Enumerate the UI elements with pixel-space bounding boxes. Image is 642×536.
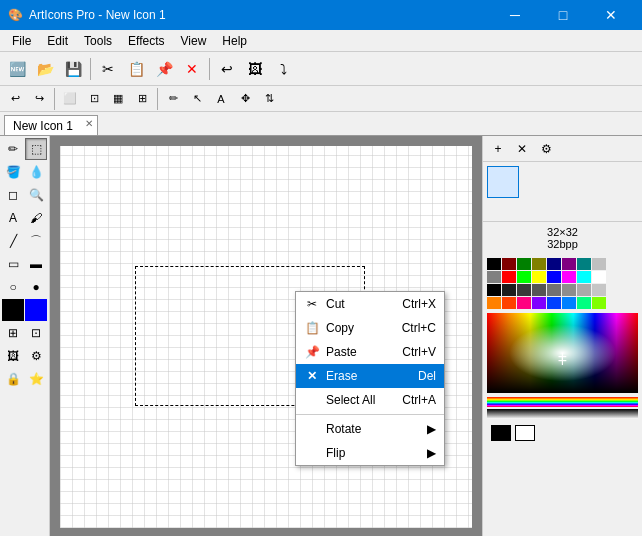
color-cell-17[interactable] (502, 284, 516, 296)
color-cell-18[interactable] (517, 284, 531, 296)
color2-swatch[interactable] (25, 299, 47, 321)
color-cell-23[interactable] (592, 284, 606, 296)
paste-button[interactable]: 📌 (151, 56, 177, 82)
hue-bar[interactable] (487, 397, 638, 407)
color-cell-2[interactable] (517, 258, 531, 270)
color-cell-25[interactable] (502, 297, 516, 309)
ctx-select-all[interactable]: Select All Ctrl+A (296, 388, 444, 412)
color-cell-1[interactable] (502, 258, 516, 270)
more-tool1[interactable]: ⊞ (2, 322, 24, 344)
flip-stb[interactable]: ⇅ (258, 89, 280, 109)
more-tool3[interactable]: 🖼 (2, 345, 24, 367)
undo-button[interactable]: ↩ (214, 56, 240, 82)
color-cell-8[interactable] (487, 271, 501, 283)
color-cell-14[interactable] (577, 271, 591, 283)
copy-button[interactable]: 📋 (123, 56, 149, 82)
foreground-color[interactable] (491, 425, 511, 441)
fill-tool[interactable]: 🪣 (2, 161, 24, 183)
color-cell-24[interactable] (487, 297, 501, 309)
close-button[interactable]: ✕ (588, 0, 634, 30)
import-button[interactable]: ⤵ (270, 56, 296, 82)
color-cell-4[interactable] (547, 258, 561, 270)
text-tool[interactable]: A (2, 207, 24, 229)
ctx-rotate[interactable]: Rotate ▶ (296, 417, 444, 441)
black-white-bar[interactable] (487, 409, 638, 419)
pencil-tool[interactable]: ✏ (2, 138, 24, 160)
color-cell-15[interactable] (592, 271, 606, 283)
menu-file[interactable]: File (4, 32, 39, 50)
more-tool5[interactable]: 🔒 (2, 368, 24, 390)
eyedrop-tool[interactable]: 💧 (25, 161, 47, 183)
cut-button[interactable]: ✂ (95, 56, 121, 82)
grid3-btn[interactable]: ▦ (107, 89, 129, 109)
color-cell-27[interactable] (532, 297, 546, 309)
text-stb[interactable]: A (210, 89, 232, 109)
ctx-paste[interactable]: 📌 Paste Ctrl+V (296, 340, 444, 364)
color-cell-19[interactable] (532, 284, 546, 296)
menu-view[interactable]: View (173, 32, 215, 50)
open-button[interactable]: 📂 (32, 56, 58, 82)
tab-close-icon[interactable]: ✕ (85, 118, 93, 129)
canvas-area[interactable]: ✂ Cut Ctrl+X 📋 Copy Ctrl+C 📌 Paste Ctrl+… (50, 136, 482, 536)
color-cell-11[interactable] (532, 271, 546, 283)
ctx-flip[interactable]: Flip ▶ (296, 441, 444, 465)
color-cell-21[interactable] (562, 284, 576, 296)
minimize-button[interactable]: ─ (492, 0, 538, 30)
icons-delete-btn[interactable]: ✕ (511, 139, 533, 159)
line-tool[interactable]: ╱ (2, 230, 24, 252)
ctx-copy[interactable]: 📋 Copy Ctrl+C (296, 316, 444, 340)
maximize-button[interactable]: □ (540, 0, 586, 30)
delete-button[interactable]: ✕ (179, 56, 205, 82)
grid2-btn[interactable]: ⊡ (83, 89, 105, 109)
grid4-btn[interactable]: ⊞ (131, 89, 153, 109)
color-cell-0[interactable] (487, 258, 501, 270)
color-cell-28[interactable] (547, 297, 561, 309)
color-cell-22[interactable] (577, 284, 591, 296)
select-tool[interactable]: ⬚ (25, 138, 47, 160)
zoom-tool[interactable]: 🔍 (25, 184, 47, 206)
new-button[interactable]: 🆕 (4, 56, 30, 82)
color1-swatch[interactable] (2, 299, 24, 321)
color-cell-6[interactable] (577, 258, 591, 270)
fillellipse-tool[interactable]: ● (25, 276, 47, 298)
color-cell-13[interactable] (562, 271, 576, 283)
color-cell-31[interactable] (592, 297, 606, 309)
grid-btn[interactable]: ⬜ (59, 89, 81, 109)
color-cell-10[interactable] (517, 271, 531, 283)
more-tool2[interactable]: ⊡ (25, 322, 47, 344)
more-tool6[interactable]: ⭐ (25, 368, 47, 390)
rect-tool[interactable]: ▭ (2, 253, 24, 275)
redo-stb[interactable]: ↪ (28, 89, 50, 109)
pencil-stb[interactable]: ✏ (162, 89, 184, 109)
menu-tools[interactable]: Tools (76, 32, 120, 50)
ctx-erase[interactable]: ✕ Erase Del (296, 364, 444, 388)
gradient-box[interactable]: + (487, 313, 638, 393)
color-cell-5[interactable] (562, 258, 576, 270)
image-button[interactable]: 🖼 (242, 56, 268, 82)
color-cell-26[interactable] (517, 297, 531, 309)
color-cell-3[interactable] (532, 258, 546, 270)
background-color[interactable] (515, 425, 535, 441)
brush-tool[interactable]: 🖌 (25, 207, 47, 229)
color-cell-7[interactable] (592, 258, 606, 270)
menu-effects[interactable]: Effects (120, 32, 172, 50)
menu-edit[interactable]: Edit (39, 32, 76, 50)
icon-item-1[interactable] (487, 166, 519, 198)
color-cell-29[interactable] (562, 297, 576, 309)
save-button[interactable]: 💾 (60, 56, 86, 82)
icons-prop-btn[interactable]: ⚙ (535, 139, 557, 159)
undo-stb[interactable]: ↩ (4, 89, 26, 109)
ctx-cut[interactable]: ✂ Cut Ctrl+X (296, 292, 444, 316)
curve-tool[interactable]: ⌒ (25, 230, 47, 252)
color-cell-12[interactable] (547, 271, 561, 283)
fillrect-tool[interactable]: ▬ (25, 253, 47, 275)
color-cell-20[interactable] (547, 284, 561, 296)
color-cell-16[interactable] (487, 284, 501, 296)
color-cell-9[interactable] (502, 271, 516, 283)
color-cell-30[interactable] (577, 297, 591, 309)
menu-help[interactable]: Help (214, 32, 255, 50)
eraser-tool[interactable]: ◻ (2, 184, 24, 206)
tab-icon1[interactable]: New Icon 1 ✕ (4, 115, 98, 135)
ellipse-tool[interactable]: ○ (2, 276, 24, 298)
icons-add-btn[interactable]: + (487, 139, 509, 159)
